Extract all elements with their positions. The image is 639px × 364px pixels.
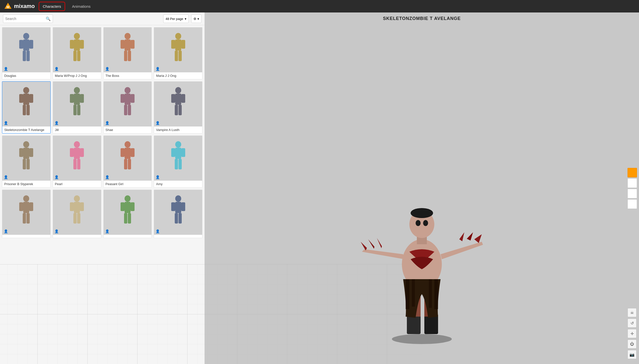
svg-rect-7 [27,51,30,61]
svg-rect-12 [73,51,77,61]
svg-rect-78 [23,213,26,224]
logo-text: mixamo [14,3,35,10]
char-card-skeletonzombie[interactable]: 👤Skeletonzombie T Avelange [2,81,51,134]
char-card-char15[interactable]: 👤 [103,190,152,238]
svg-point-26 [23,87,29,94]
char-card-char13[interactable]: 👤 [2,190,51,238]
svg-rect-84 [73,213,77,224]
char-figure-maria-jj [168,32,188,67]
svg-rect-13 [77,51,80,61]
nav-characters[interactable]: Characters [40,3,64,10]
side-controls [625,166,639,211]
svg-rect-114 [434,279,438,309]
char-card-char16[interactable]: 👤 [154,190,202,238]
search-button[interactable]: 🔍 [46,16,51,21]
svg-rect-83 [80,202,84,211]
svg-rect-23 [181,40,185,49]
control-btn-2[interactable] [627,189,637,198]
char-card-jill[interactable]: 👤Jill [53,81,101,134]
svg-rect-52 [19,148,23,157]
per-page-dropdown[interactable]: 48 Per page ▾ [163,14,189,23]
svg-rect-97 [179,213,182,224]
svg-rect-67 [128,159,131,170]
svg-point-44 [175,87,181,94]
svg-rect-99 [0,264,422,364]
svg-rect-58 [70,148,74,157]
svg-point-109 [416,220,421,226]
person-icon: 👤 [4,121,8,125]
svg-point-80 [74,195,80,202]
svg-rect-59 [80,148,84,157]
svg-rect-70 [171,148,175,157]
control-btn-3[interactable] [627,199,637,209]
char-name-skeletonzombie: Skeletonzombie T Avelange [2,126,51,133]
char-figure-skeletonzombie [16,86,36,122]
person-icon: 👤 [55,121,59,125]
char-name-shae: Shae [104,126,152,133]
power-control[interactable]: ⏻ [627,340,636,348]
search-input[interactable] [5,17,46,21]
svg-point-38 [125,87,131,94]
char-card-char14[interactable]: 👤 [53,190,101,238]
gear-button[interactable]: ⚙ ▾ [191,14,201,23]
svg-rect-94 [171,202,175,211]
skull-control[interactable]: ☠ [627,308,636,317]
svg-rect-4 [19,40,23,49]
svg-point-14 [125,33,131,40]
svg-rect-5 [29,40,33,49]
person-icon: 👤 [55,229,59,233]
search-box: 🔍 [3,14,53,23]
svg-rect-88 [121,202,125,211]
rotate-control[interactable]: ↺ [627,318,636,328]
char-card-maria-jj[interactable]: 👤Maria J J Ong [154,27,202,79]
svg-rect-35 [80,94,84,103]
svg-rect-15 [125,40,131,51]
logo: M mixamo [4,2,35,10]
char-card-the-boss[interactable]: 👤The Boss [103,27,152,79]
svg-rect-82 [70,202,74,211]
svg-rect-51 [23,148,29,159]
svg-rect-21 [175,40,181,51]
char-card-shae[interactable]: 👤Shae [103,81,152,134]
char-card-peasant-girl[interactable]: 👤Peasant Girl [103,136,152,188]
control-btn-1[interactable] [627,178,637,188]
top-navigation: M mixamo Characters Animations [0,0,639,12]
toolbar: 🔍 48 Per page ▾ ⚙ ▾ [0,12,204,25]
svg-rect-11 [80,40,84,49]
svg-rect-66 [124,159,127,170]
svg-rect-48 [175,105,178,115]
char-figure-maria-wprop [67,32,87,67]
control-btn-orange[interactable] [627,168,637,178]
svg-rect-43 [128,105,131,115]
svg-rect-113 [429,279,432,308]
svg-rect-91 [128,213,131,224]
char-card-prisoner[interactable]: 👤Prisoner B Styperek [2,136,51,188]
move-control[interactable]: ✛ [627,329,636,338]
svg-rect-42 [124,105,127,115]
char-figure-amy [168,141,188,176]
char-card-maria-wprop[interactable]: 👤Maria W/Prop J J Ong [53,27,101,79]
svg-rect-55 [27,159,30,170]
svg-rect-60 [73,159,77,170]
3d-viewer-panel: SKELETONZOMBIE T AVELANGE [205,12,639,364]
char-card-vampire[interactable]: 👤Vampire A Lusth [154,81,202,134]
char-name-pearl: Pearl [53,181,101,187]
char-card-amy[interactable]: 👤Amy [154,136,202,188]
char-card-pearl[interactable]: 👤Pearl [53,136,101,188]
svg-point-68 [175,141,181,148]
person-icon: 👤 [4,229,8,233]
nav-animations[interactable]: Animations [69,3,94,10]
svg-rect-93 [175,202,181,213]
char-card-douglas[interactable]: 👤Douglas [2,27,51,79]
svg-rect-112 [412,279,415,306]
svg-rect-30 [23,105,26,115]
camera-control[interactable]: 📷 [627,350,636,359]
svg-rect-69 [175,148,181,159]
char-name-char15 [104,235,152,238]
char-name-maria-wprop: Maria W/Prop J J Ong [53,72,101,79]
svg-rect-18 [124,51,127,61]
person-icon: 👤 [105,67,109,71]
svg-rect-72 [175,159,178,170]
svg-rect-25 [179,51,182,61]
char-name-char16 [154,235,202,238]
